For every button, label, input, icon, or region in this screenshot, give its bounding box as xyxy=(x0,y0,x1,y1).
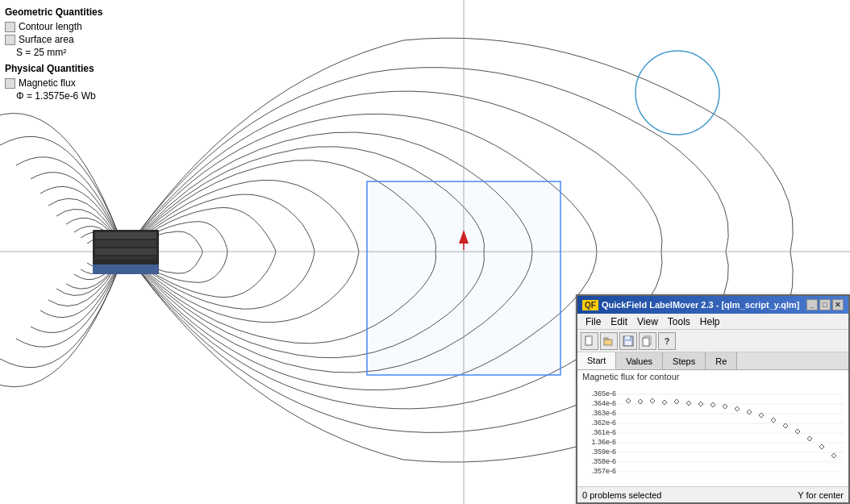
svg-rect-7 xyxy=(95,240,156,247)
window-controls: _ □ ✕ xyxy=(806,299,844,310)
status-right: Y for center xyxy=(798,490,844,500)
close-btn[interactable]: ✕ xyxy=(832,299,844,310)
menu-help[interactable]: Help xyxy=(695,316,725,327)
surface-area-checkbox[interactable] xyxy=(5,35,15,45)
tab-start[interactable]: Start xyxy=(577,352,616,369)
svg-text:.357e-6: .357e-6 xyxy=(591,467,616,475)
surface-area-label: Surface area xyxy=(19,34,74,45)
surface-area-item: Surface area xyxy=(5,34,124,45)
tab-values[interactable]: Values xyxy=(616,352,663,369)
qf-toolbar: ? xyxy=(577,330,848,352)
physical-title: Physical Quantities xyxy=(5,63,124,74)
svg-rect-16 xyxy=(604,338,608,339)
svg-rect-19 xyxy=(625,341,631,345)
svg-text:.362e-6: .362e-6 xyxy=(591,419,616,427)
svg-rect-21 xyxy=(643,338,649,346)
qf-statusbar: 0 problems selected Y for center xyxy=(577,486,848,502)
tab-steps[interactable]: Steps xyxy=(663,352,706,369)
contour-length-item: Contour length xyxy=(5,21,124,32)
svg-rect-9 xyxy=(95,256,156,260)
copy-button[interactable] xyxy=(639,332,656,350)
qf-title-icon: QF xyxy=(582,300,598,310)
svg-text:.364e-6: .364e-6 xyxy=(591,399,616,407)
magnetic-flux-label: Magnetic flux xyxy=(19,77,76,89)
qf-chart-area: Magnetic flux for contour .365e-6 .364e-… xyxy=(577,370,848,486)
maximize-btn[interactable]: □ xyxy=(819,299,831,310)
tab-re[interactable]: Re xyxy=(706,352,737,369)
new-button[interactable] xyxy=(581,332,598,350)
magnetic-flux-value-item: Φ = 1.3575e-6 Wb xyxy=(5,90,124,102)
svg-text:.359e-6: .359e-6 xyxy=(591,448,616,456)
geometric-title: Geometric Quantities xyxy=(5,6,124,18)
qf-tabs: Start Values Steps Re xyxy=(577,352,848,370)
menu-view[interactable]: View xyxy=(632,316,663,327)
titlebar-left: QF QuickField LabelMover 2.3 - [qlm_scri… xyxy=(582,300,799,310)
svg-rect-15 xyxy=(604,339,612,345)
svg-rect-6 xyxy=(95,232,156,239)
svg-marker-14 xyxy=(590,336,592,338)
svg-rect-10 xyxy=(367,181,560,375)
qf-menubar: File Edit View Tools Help xyxy=(577,314,848,330)
svg-rect-8 xyxy=(95,248,156,255)
surface-area-value-item: S = 25 mm² xyxy=(5,47,124,58)
magnetic-flux-checkbox[interactable] xyxy=(5,78,15,89)
menu-tools[interactable]: Tools xyxy=(663,316,695,327)
open-button[interactable] xyxy=(600,332,618,350)
minimize-btn[interactable]: _ xyxy=(806,299,818,310)
svg-text:.365e-6: .365e-6 xyxy=(591,389,616,398)
svg-text:.363e-6: .363e-6 xyxy=(591,409,616,417)
chart-title: Magnetic flux for contour xyxy=(577,370,848,383)
contour-length-checkbox[interactable] xyxy=(5,22,15,32)
magnetic-flux-item: Magnetic flux xyxy=(5,77,124,89)
left-panel: Geometric Quantities Contour length Surf… xyxy=(0,0,129,110)
svg-text:.361e-6: .361e-6 xyxy=(591,428,616,436)
contour-length-label: Contour length xyxy=(19,21,82,32)
save-button[interactable] xyxy=(619,332,637,350)
menu-file[interactable]: File xyxy=(581,316,606,327)
quickfield-titlebar: QF QuickField LabelMover 2.3 - [qlm_scri… xyxy=(577,296,848,314)
qf-title-text: QuickField LabelMover 2.3 - [qlm_script_… xyxy=(602,300,800,310)
status-left: 0 problems selected xyxy=(582,490,661,500)
menu-edit[interactable]: Edit xyxy=(606,316,632,327)
svg-rect-18 xyxy=(625,336,630,339)
quickfield-window: QF QuickField LabelMover 2.3 - [qlm_scri… xyxy=(576,294,850,504)
surface-area-value: S = 25 mm² xyxy=(16,47,66,58)
magnetic-flux-value: Φ = 1.3575e-6 Wb xyxy=(16,90,96,102)
svg-rect-5 xyxy=(93,264,159,274)
svg-text:1.36e-6: 1.36e-6 xyxy=(591,438,616,446)
help-button[interactable]: ? xyxy=(658,332,676,350)
svg-text:.358e-6: .358e-6 xyxy=(591,457,616,465)
